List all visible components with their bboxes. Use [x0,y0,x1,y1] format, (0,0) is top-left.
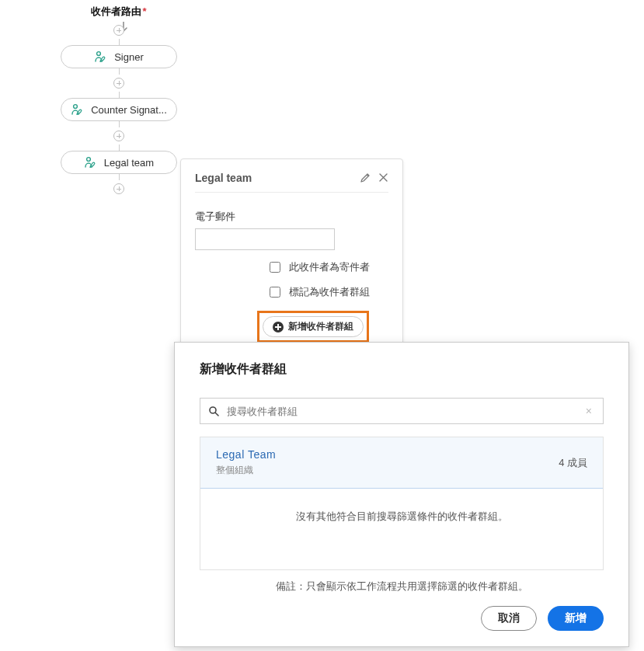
email-label: 電子郵件 [195,210,388,224]
modal-note: 備註：只會顯示依工作流程共用選擇篩選的收件者群組。 [200,580,604,594]
add-recipient-group-modal: 新增收件者群組 × Legal Team 整個組織 4 成員 沒有其他符合目前搜… [174,342,629,647]
checkbox-sender-row[interactable]: 此收件者為寄件者 [266,259,388,275]
group-name: Legal Team [216,448,276,461]
edit-icon[interactable] [360,172,371,183]
connector-line [119,144,120,151]
connector-line [119,68,120,75]
svg-point-0 [97,52,101,56]
signer-icon [71,103,85,116]
email-input[interactable] [195,228,335,250]
signer-icon [84,156,98,169]
add-step-button[interactable] [113,25,124,36]
recipient-routing-panel: 收件者路由* Signer Counter Signat... Legal te… [57,5,181,197]
svg-point-2 [86,158,90,162]
routing-node-signer[interactable]: Signer [61,45,177,68]
connector-line [119,121,120,127]
svg-point-1 [74,105,78,109]
connector-line [119,92,120,98]
connector-line [119,174,120,180]
checkbox-group-label: 標記為收件者群組 [289,285,370,299]
search-input[interactable] [225,405,583,418]
required-asterisk: * [142,5,146,17]
popover-header: Legal team [195,172,388,193]
routing-node-label: Legal team [104,157,154,169]
group-item-legal-team[interactable]: Legal Team 整個組織 4 成員 [200,437,604,489]
close-icon[interactable] [378,172,388,183]
modal-title: 新增收件者群組 [200,361,604,378]
connector-line [119,39,120,45]
popover-actions [360,172,388,183]
clear-search-icon[interactable]: × [583,405,595,417]
search-field[interactable]: × [200,398,604,424]
checkbox-group-row[interactable]: 標記為收件者群組 [266,284,388,300]
checkbox-group[interactable] [270,287,280,298]
routing-node-label: Counter Signat... [91,104,167,116]
cancel-button[interactable]: 取消 [481,606,537,631]
popover-title: Legal team [195,172,252,184]
add-step-button[interactable] [113,78,124,89]
routing-node-legal-team[interactable]: Legal team [61,151,177,174]
routing-node-counter-signature[interactable]: Counter Signat... [61,98,177,121]
search-icon [208,406,219,416]
confirm-button[interactable]: 新增 [548,606,604,631]
plus-circle-icon [273,322,284,332]
modal-footer: 取消 新增 [200,606,604,631]
add-step-button[interactable] [113,183,124,194]
add-group-button-label: 新增收件者群組 [288,320,353,333]
group-member-count: 4 成員 [559,456,587,470]
add-step-button[interactable] [113,131,124,141]
group-scope: 整個組織 [216,464,276,477]
checkbox-sender-label: 此收件者為寄件者 [289,260,370,274]
routing-title-text: 收件者路由 [91,5,141,17]
add-group-highlight: 新增收件者群組 [257,311,369,343]
checkbox-sender[interactable] [270,262,280,273]
routing-node-label: Signer [114,51,144,63]
signer-icon [94,50,108,63]
routing-title: 收件者路由* [57,5,181,19]
add-recipient-group-button[interactable]: 新增收件者群組 [263,316,364,337]
no-more-results-text: 沒有其他符合目前搜尋篩選條件的收件者群組。 [200,488,603,545]
group-list: Legal Team 整個組織 4 成員 沒有其他符合目前搜尋篩選條件的收件者群… [200,437,604,570]
